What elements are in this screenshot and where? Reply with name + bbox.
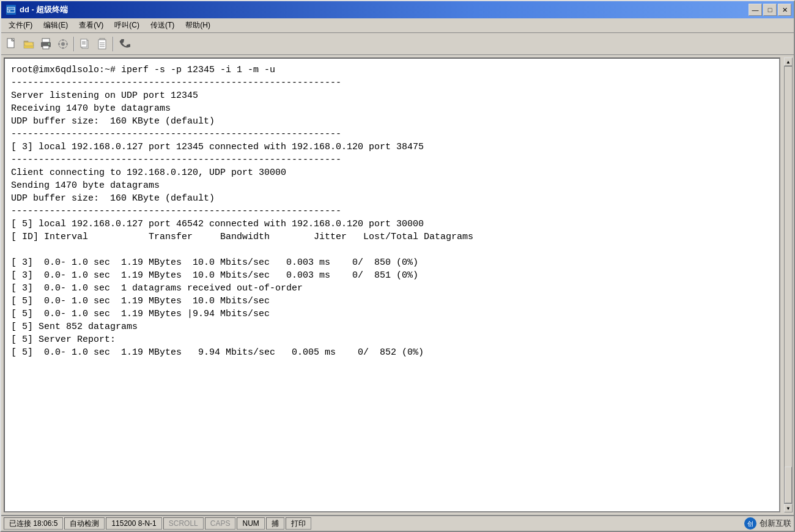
properties-icon [57,38,69,50]
close-button[interactable]: ✕ [778,4,791,16]
menu-edit[interactable]: 编辑(E) [39,19,73,32]
brand-icon: 创 [744,517,757,530]
svg-rect-10 [42,39,50,42]
menu-view[interactable]: 查看(V) [74,19,108,32]
status-num: NUM [237,517,264,530]
toolbar [1,33,794,55]
menu-call[interactable]: 呼叫(C) [109,19,144,32]
terminal-output[interactable]: root@imx6qdlsolo:~# iperf -s -p 12345 -i… [4,57,780,512]
status-caps: CAPS [205,517,236,530]
open-file-icon [23,38,35,50]
properties-button[interactable] [55,36,71,52]
print-icon [40,38,52,50]
minimize-button[interactable]: — [749,4,762,16]
print-button[interactable] [38,36,54,52]
main-window: dd - 超级终端 — □ ✕ 文件(F) 编辑(E) 查看(V) 呼叫(C) … [0,0,795,532]
status-connected: 已连接 18:06:5 [4,517,63,530]
menu-file[interactable]: 文件(F) [4,19,37,32]
scroll-up-button[interactable]: ▲ [784,57,793,66]
brand-logo: 创 创新互联 [744,517,791,530]
status-baud: 115200 8-N-1 [106,517,161,530]
dial-icon [118,38,130,50]
main-area: root@imx6qdlsolo:~# iperf -s -p 12345 -i… [1,55,794,515]
new-file-button[interactable] [4,36,20,52]
svg-rect-12 [43,46,49,49]
window-title: dd - 超级终端 [20,4,68,15]
scrollbar-track[interactable] [784,66,793,504]
svg-point-15 [61,42,65,46]
terminal-container: root@imx6qdlsolo:~# iperf -s -p 12345 -i… [1,55,783,515]
svg-text:创: 创 [747,520,753,527]
toolbar-sep-2 [113,37,114,51]
menu-transfer[interactable]: 传送(T) [146,19,179,32]
open-file-button[interactable] [21,36,37,52]
title-buttons: — □ ✕ [749,4,791,16]
brand-name: 创新互联 [760,518,791,529]
status-detection: 自动检测 [64,517,105,530]
status-capture: 捕 [266,517,284,530]
toolbar-sep-1 [73,37,75,51]
maximize-button[interactable]: □ [763,4,777,16]
scrollbar: ▲ ▼ [783,55,794,515]
status-bar: 已连接 18:06:5 自动检测 115200 8-N-1 SCROLL CAP… [1,515,794,531]
svg-rect-13 [48,43,50,45]
svg-rect-3 [9,10,10,12]
status-scroll: SCROLL [163,517,204,530]
menu-bar: 文件(F) 编辑(E) 查看(V) 呼叫(C) 传送(T) 帮助(H) [1,18,794,33]
svg-rect-7 [24,41,28,42]
svg-marker-9 [24,42,34,46]
new-file-icon [6,38,18,50]
title-bar: dd - 超级终端 — □ ✕ [1,1,794,18]
scrollbar-thumb[interactable] [785,467,792,503]
copy-button[interactable] [77,36,93,52]
title-bar-left: dd - 超级终端 [6,4,68,15]
dial-button[interactable] [116,36,132,52]
copy-icon [79,38,91,50]
scroll-down-button[interactable]: ▼ [784,504,793,512]
status-brand: 创 创新互联 [744,517,791,530]
window-icon [6,5,16,15]
paste-icon [96,38,108,50]
menu-help[interactable]: 帮助(H) [180,19,215,32]
paste-button[interactable] [94,36,110,52]
status-print: 打印 [286,517,311,530]
